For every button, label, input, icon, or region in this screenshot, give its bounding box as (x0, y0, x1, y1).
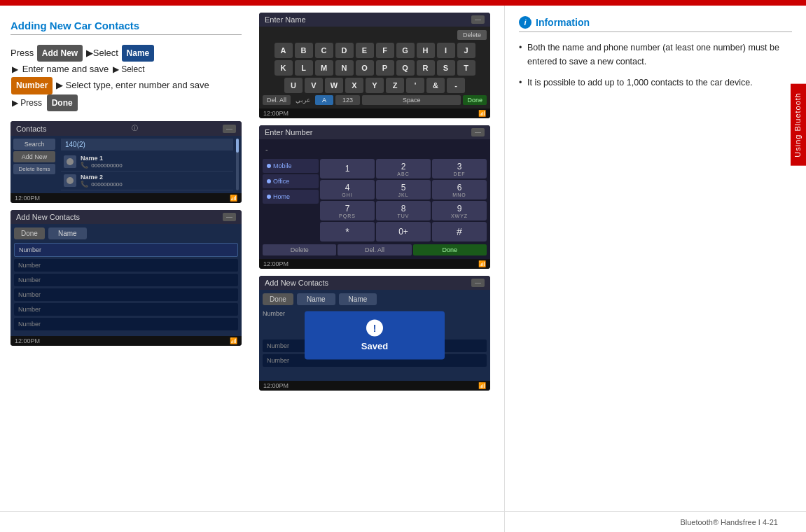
num-key-7[interactable]: 7 PQRS (320, 201, 375, 220)
key-apostrophe[interactable]: ' (406, 78, 424, 93)
add-contacts-time-1: 12:00PM (15, 337, 40, 344)
key-R[interactable]: R (417, 60, 435, 76)
add-name-btn-2[interactable]: Name (297, 293, 335, 305)
enter-name-close[interactable]: — (471, 15, 485, 24)
key-E[interactable]: E (356, 43, 374, 58)
num-key-2[interactable]: 2 ABC (376, 159, 431, 178)
home-type-btn[interactable]: Home (263, 190, 319, 204)
enter-number-signal: 📶 (478, 260, 486, 267)
info-title: i Information (519, 16, 792, 32)
home-dot (267, 195, 271, 199)
key-D[interactable]: D (335, 43, 354, 58)
key-B[interactable]: B (295, 43, 313, 58)
number-slot-1[interactable]: Number (14, 259, 238, 272)
key-M[interactable]: M (315, 60, 333, 76)
delete-key[interactable]: Delete (457, 30, 487, 40)
num-key-5[interactable]: 5 JKL (376, 180, 431, 200)
key-F[interactable]: F (376, 43, 394, 58)
num-key-3[interactable]: 3 DEF (432, 159, 487, 178)
num-key-6[interactable]: 6 MNO (432, 180, 487, 200)
key-A[interactable]: A (275, 43, 293, 58)
key-P[interactable]: P (376, 60, 394, 76)
contacts-close-btn[interactable]: — (223, 125, 236, 133)
key-dash[interactable]: - (447, 78, 465, 93)
number-slot-5[interactable]: Number (14, 318, 238, 330)
key-Z[interactable]: Z (386, 78, 404, 93)
num-key-9[interactable]: 9 XWYZ (432, 201, 487, 220)
kb-123-key[interactable]: 123 (335, 95, 360, 105)
num-key-star[interactable]: * (320, 222, 375, 241)
contact-info-2: Name 2 📞 0000000000 (81, 174, 230, 188)
num-key-hash[interactable]: # (432, 222, 487, 241)
kb-done-key[interactable]: Done (463, 95, 487, 105)
add-new-button[interactable]: Add New (37, 45, 83, 62)
add-contacts-title-1: Add New Contacts (16, 213, 80, 221)
kb-row-2: K L M N O P Q R S T (263, 60, 487, 76)
enter-number-time: 12:00PM (263, 260, 289, 267)
key-ampersand[interactable]: & (426, 78, 445, 93)
scroll-thumb (236, 139, 239, 153)
office-type-btn[interactable]: Office (263, 174, 319, 188)
kb-row-3: U V W X Y Z ' & - (263, 78, 487, 93)
add-contacts-title-2: Add New Contacts (265, 279, 328, 287)
enter-name-footer: 12:00PM 📶 (259, 108, 490, 118)
numpad-done-btn[interactable]: Done (413, 244, 487, 255)
key-W[interactable]: W (325, 78, 343, 93)
saved-overlay: ! Saved (305, 312, 445, 360)
add-done-btn-2[interactable]: Done (263, 293, 293, 305)
add-contacts-done-row: Done Name (14, 227, 238, 239)
kb-row-1: A B C D E F G H I J (263, 43, 487, 58)
key-J[interactable]: J (457, 43, 475, 58)
delete-items-btn[interactable]: Delete Items (13, 164, 55, 174)
key-H[interactable]: H (417, 43, 435, 58)
add-name-btn-1[interactable]: Name (48, 227, 87, 239)
right-column: i Information Both the name and phone nu… (504, 6, 806, 532)
add-contacts-close-1[interactable]: — (223, 213, 236, 221)
numpad-delete-btn[interactable]: Delete (263, 244, 336, 255)
arabic-key[interactable]: عربي (293, 95, 313, 105)
number-label: Number (263, 310, 301, 317)
del-all-key[interactable]: Del. All (263, 95, 291, 105)
add-done-btn-1[interactable]: Done (14, 227, 45, 239)
key-Q[interactable]: Q (396, 60, 415, 76)
space-key[interactable]: Space (362, 95, 461, 105)
key-Y[interactable]: Y (366, 78, 384, 93)
num-key-0[interactable]: 0+ (376, 222, 431, 241)
num-key-8[interactable]: 8 TUV (376, 201, 431, 220)
add-contacts-close-2[interactable]: — (471, 279, 485, 287)
numpad-bottom-row: Delete Del. All Done (263, 244, 487, 255)
add-contacts-time-2: 12:00PM (263, 382, 289, 389)
contact-row-2: Name 2 📞 0000000000 (61, 172, 233, 190)
key-N[interactable]: N (335, 60, 354, 76)
key-C[interactable]: C (315, 43, 333, 58)
key-K[interactable]: K (275, 60, 293, 76)
number-slot-2[interactable]: Number (14, 274, 238, 286)
done-button[interactable]: Done (47, 94, 78, 111)
number-slot-4[interactable]: Number (14, 303, 238, 316)
add-new-contacts-btn[interactable]: Add New (13, 151, 55, 162)
number-button[interactable]: Number (11, 77, 53, 94)
key-U[interactable]: U (284, 78, 303, 93)
num-key-4[interactable]: 4 GHI (320, 180, 375, 200)
num-key-1[interactable]: 1 (320, 159, 375, 178)
name-button[interactable]: Name (122, 45, 155, 62)
key-X[interactable]: X (345, 78, 363, 93)
search-btn[interactable]: Search (13, 139, 55, 150)
contact-icon-1 (64, 155, 76, 168)
key-I[interactable]: I (437, 43, 455, 58)
key-O[interactable]: O (356, 60, 374, 76)
contacts-screen-header: Contacts ⓘ — (11, 121, 242, 136)
number-slot-3[interactable]: Number (14, 288, 238, 301)
key-V[interactable]: V (305, 78, 323, 93)
numpad-del-all-btn[interactable]: Del. All (338, 244, 411, 255)
key-T[interactable]: T (457, 60, 475, 76)
enter-number-close[interactable]: — (471, 128, 485, 136)
add-contacts-signal-1: 📶 (230, 337, 237, 344)
key-G[interactable]: G (396, 43, 415, 58)
key-L[interactable]: L (295, 60, 313, 76)
contacts-time: 12:00PM (15, 195, 40, 202)
kb-active-key[interactable]: A (315, 95, 333, 105)
mobile-type-btn[interactable]: Mobile (263, 159, 319, 173)
key-S[interactable]: S (437, 60, 455, 76)
scroll-bar[interactable] (236, 139, 239, 190)
